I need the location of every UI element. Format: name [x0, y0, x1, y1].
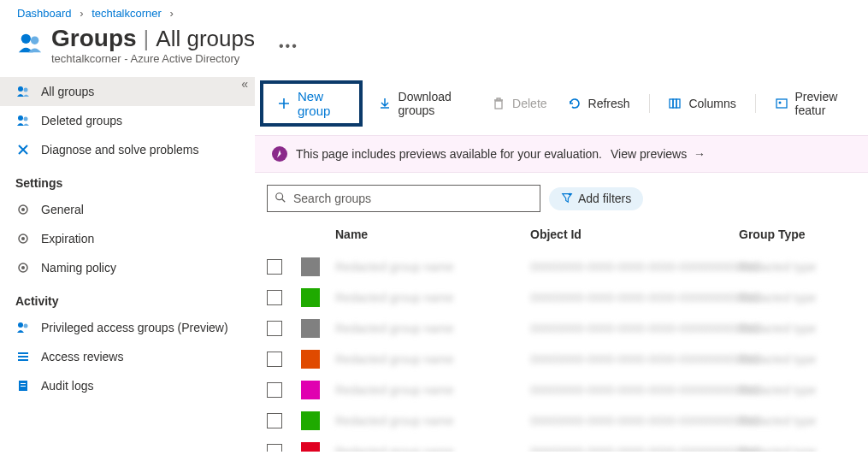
svg-rect-14 [18, 352, 28, 354]
collapse-sidebar-icon[interactable]: « [241, 77, 248, 91]
sidebar-item-access-reviews[interactable]: Access reviews [0, 342, 255, 371]
row-checkbox[interactable] [267, 444, 282, 452]
svg-point-11 [21, 266, 25, 269]
search-groups-input-wrapper [267, 185, 540, 212]
groups-icon [15, 113, 31, 128]
row-checkbox[interactable] [267, 352, 282, 367]
preview-features-button[interactable]: Preview featur [770, 85, 860, 122]
sidebar-item-deleted-groups[interactable]: Deleted groups [0, 106, 255, 135]
table-row[interactable]: Redacted group name00000000-0000-0000-00… [267, 375, 856, 405]
chevron-right-icon: › [80, 7, 83, 20]
group-avatar [301, 288, 320, 307]
row-checkbox[interactable] [267, 413, 282, 428]
group-avatar [301, 381, 320, 399]
cell-group-type: Redacted type [739, 291, 816, 304]
svg-rect-19 [21, 386, 26, 387]
delete-button: Delete [487, 92, 552, 115]
cell-name: Redacted group name [335, 260, 454, 274]
group-avatar [301, 257, 320, 276]
cell-name: Redacted group name [335, 291, 454, 304]
cell-name: Redacted group name [335, 352, 454, 366]
command-bar: New group Download groups Delete Refresh… [255, 77, 868, 135]
columns-button[interactable]: Columns [663, 92, 741, 115]
page-tenant-label: techtalkcorner - Azure Active Directory [51, 52, 255, 65]
table-row[interactable]: Redacted group name00000000-0000-0000-00… [267, 344, 856, 375]
table-row[interactable]: Redacted group name00000000-0000-0000-00… [267, 313, 856, 344]
document-icon [15, 378, 31, 393]
svg-rect-18 [21, 383, 26, 384]
search-icon [275, 192, 286, 206]
gear-icon [15, 202, 31, 217]
sidebar-item-label: Diagnose and solve problems [41, 143, 198, 157]
gear-icon [15, 260, 31, 275]
row-checkbox[interactable] [267, 290, 282, 305]
col-header-object-id[interactable]: Object Id [530, 228, 739, 241]
button-label: Refresh [588, 97, 630, 110]
svg-point-26 [276, 192, 283, 199]
download-groups-button[interactable]: Download groups [373, 85, 477, 122]
svg-point-2 [18, 86, 23, 92]
gear-icon [15, 231, 31, 246]
cell-object-id: 00000000-0000-0000-0000-000000000000 [530, 291, 759, 304]
svg-point-1 [31, 37, 38, 44]
groups-icon [17, 30, 43, 56]
svg-rect-24 [776, 99, 787, 108]
cell-object-id: 00000000-0000-0000-0000-000000000000 [530, 260, 759, 274]
row-checkbox[interactable] [267, 321, 282, 336]
list-icon [15, 349, 31, 364]
more-icon[interactable]: ••• [279, 38, 298, 54]
new-group-button[interactable]: New group [260, 80, 363, 127]
svg-point-5 [24, 117, 28, 121]
table-row[interactable]: Redacted group name00000000-0000-0000-00… [267, 282, 856, 313]
columns-icon [668, 97, 682, 110]
svg-point-25 [778, 102, 781, 104]
wrench-icon [15, 142, 31, 157]
group-avatar [301, 319, 320, 338]
sidebar-item-label: All groups [41, 85, 94, 98]
svg-rect-20 [495, 101, 502, 109]
breadcrumb-tenant[interactable]: techtalkcorner [92, 7, 162, 20]
sidebar-item-general[interactable]: General [0, 195, 255, 224]
sidebar-item-naming-policy[interactable]: Naming policy [0, 253, 255, 282]
sidebar-item-label: Expiration [41, 232, 94, 245]
preview-info-bar: This page includes previews available fo… [255, 135, 868, 173]
breadcrumb: Dashboard › techtalkcorner › [0, 0, 868, 23]
svg-point-3 [24, 88, 28, 92]
sidebar-heading-settings: Settings [0, 164, 255, 195]
sidebar-item-label: General [41, 203, 84, 216]
preview-text: This page includes previews available fo… [296, 147, 602, 161]
sidebar: « All groups Deleted groups Diagnose and… [0, 74, 255, 452]
col-header-group-type[interactable]: Group Type [739, 228, 856, 241]
groups-icon [15, 320, 31, 335]
svg-point-7 [21, 208, 25, 211]
cell-name: Redacted group name [335, 414, 454, 428]
button-label: Preview featur [795, 90, 855, 117]
col-header-name[interactable]: Name [328, 228, 530, 241]
view-previews-link[interactable]: View previews → [611, 147, 706, 161]
sidebar-item-audit-logs[interactable]: Audit logs [0, 371, 255, 400]
button-label: Columns [688, 97, 735, 110]
breadcrumb-dashboard[interactable]: Dashboard [17, 7, 72, 20]
button-label: New group [298, 89, 345, 118]
sidebar-item-privileged-access[interactable]: Privileged access groups (Preview) [0, 313, 255, 342]
compass-icon [272, 146, 287, 162]
plus-icon [277, 97, 291, 110]
search-groups-input[interactable] [293, 192, 533, 205]
table-row[interactable]: Redacted group name00000000-0000-0000-00… [267, 251, 856, 282]
add-filters-button[interactable]: Add filters [549, 187, 643, 210]
table-row[interactable]: Redacted group name00000000-0000-0000-00… [267, 405, 856, 436]
sidebar-item-label: Privileged access groups (Preview) [41, 321, 228, 334]
row-checkbox[interactable] [267, 382, 282, 398]
row-checkbox[interactable] [267, 259, 282, 275]
sidebar-item-diagnose[interactable]: Diagnose and solve problems [0, 135, 255, 164]
refresh-button[interactable]: Refresh [563, 92, 635, 115]
sidebar-item-all-groups[interactable]: All groups [0, 77, 255, 106]
cell-object-id: 00000000-0000-0000-0000-000000000000 [530, 322, 759, 335]
svg-point-9 [21, 237, 25, 240]
svg-point-13 [24, 324, 28, 328]
search-row: Add filters [255, 173, 868, 219]
table-row[interactable]: Redacted group name00000000-0000-0000-00… [267, 436, 856, 452]
button-label: Add filters [578, 192, 631, 205]
svg-point-0 [21, 34, 31, 44]
sidebar-item-expiration[interactable]: Expiration [0, 224, 255, 253]
